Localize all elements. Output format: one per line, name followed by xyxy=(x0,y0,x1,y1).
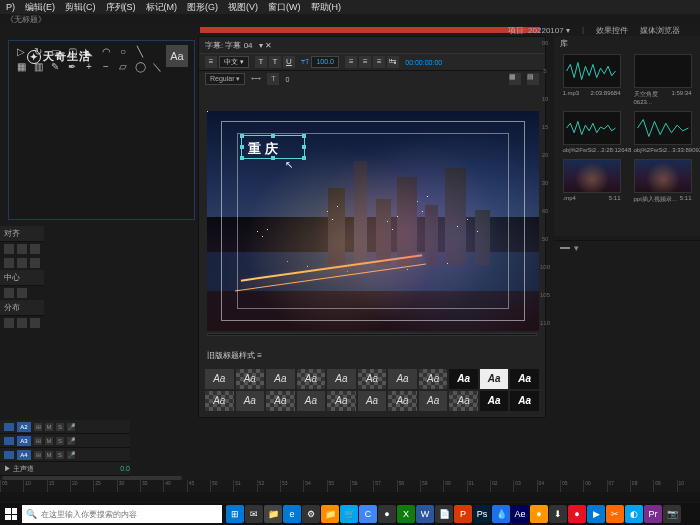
style-swatch[interactable]: Aa xyxy=(449,369,478,389)
taskbar-app-icon[interactable]: 🛒 xyxy=(340,505,358,523)
bin-item[interactable]: obj%2FwSt2...2:28:12648 xyxy=(560,111,623,153)
style-swatch[interactable]: Aa xyxy=(419,391,448,411)
center-v-icon[interactable] xyxy=(17,288,27,298)
style-swatch[interactable]: Aa xyxy=(358,391,387,411)
effects-tab[interactable]: 效果控件 xyxy=(596,25,628,36)
font-size-input[interactable]: 100.0 xyxy=(311,56,339,68)
bin-item[interactable]: .mp45:11 xyxy=(560,159,623,204)
project-tab[interactable]: 库 xyxy=(554,36,700,50)
taskbar[interactable]: 🔍 ⊞✉📁e⚙📁🛒C●XW📄PPs💧Ae●⬇●▶✂◐Pr📷 xyxy=(0,503,700,525)
taskbar-search[interactable]: 🔍 xyxy=(22,505,222,523)
dist-3-icon[interactable] xyxy=(30,318,40,328)
bin-item[interactable]: 天空角度0623...1:59:34 xyxy=(631,54,694,105)
taskbar-app-icon[interactable]: ◐ xyxy=(625,505,643,523)
start-button[interactable] xyxy=(0,503,22,525)
timeline-ruler[interactable]: 0510152025303540455051525354555657585900… xyxy=(0,480,700,492)
bin-item[interactable]: obj%2FwSt2...3:33:89092 xyxy=(631,111,694,153)
style-swatch[interactable]: Aa xyxy=(388,369,417,389)
style-swatch[interactable]: Aa xyxy=(480,369,509,389)
master-track[interactable]: ▶ 主声道 0.0 xyxy=(0,462,130,476)
taskbar-app-icon[interactable]: 📄 xyxy=(435,505,453,523)
taskbar-app-icon[interactable]: Ps xyxy=(473,505,491,523)
style-swatch[interactable]: Aa xyxy=(358,369,387,389)
align-center-icon[interactable] xyxy=(17,244,27,254)
align-bot-icon[interactable] xyxy=(30,258,40,268)
timeline-body[interactable] xyxy=(0,492,700,502)
style-swatch[interactable]: Aa xyxy=(510,391,539,411)
style-swatch[interactable]: Aa xyxy=(449,391,478,411)
mic-icon[interactable]: 🎤 xyxy=(67,437,75,445)
title-bounding-box[interactable]: 重庆 xyxy=(241,135,305,159)
taskbar-app-icon[interactable]: e xyxy=(283,505,301,523)
ellipse-tool-icon[interactable]: ○ xyxy=(115,45,131,59)
track-tag[interactable]: A3 xyxy=(17,436,31,446)
bin-item[interactable]: 1.mp32:03:89684 xyxy=(560,54,623,105)
track-tag[interactable]: A4 xyxy=(17,450,31,460)
title-menu-icon[interactable]: ≡ xyxy=(205,56,217,68)
taskbar-app-icon[interactable]: 📁 xyxy=(264,505,282,523)
taskbar-app-icon[interactable]: ⚙ xyxy=(302,505,320,523)
project-label[interactable]: 项目: 20220107 ▾ xyxy=(508,25,570,36)
timecode[interactable]: 00:00:00:00 xyxy=(405,59,442,66)
center-h-icon[interactable] xyxy=(4,288,14,298)
type-tool-icon[interactable]: Aa xyxy=(166,45,188,67)
taskbar-app-icon[interactable]: ● xyxy=(530,505,548,523)
menu-item[interactable]: 标记(M) xyxy=(142,1,182,14)
taskbar-app-icon[interactable]: ▶ xyxy=(587,505,605,523)
browse-tab[interactable]: 媒体浏览器 xyxy=(640,25,680,36)
taskbar-app-icon[interactable]: W xyxy=(416,505,434,523)
taskbar-app-icon[interactable]: 📁 xyxy=(321,505,339,523)
mute-icon[interactable]: M xyxy=(45,423,53,431)
tracking-value[interactable]: 0 xyxy=(285,76,289,83)
taskbar-app-icon[interactable]: C xyxy=(359,505,377,523)
line-shape-icon[interactable]: ＼ xyxy=(149,60,165,74)
taskbar-app-icon[interactable]: ● xyxy=(378,505,396,523)
title-slider[interactable] xyxy=(207,333,537,343)
track-row[interactable]: A2 ⊞ M S 🎤 xyxy=(0,420,130,434)
dist-2-icon[interactable] xyxy=(17,318,27,328)
mute-icon[interactable]: M xyxy=(45,437,53,445)
taskbar-app-icon[interactable]: ● xyxy=(568,505,586,523)
list-view-icon[interactable] xyxy=(560,247,570,249)
style-swatch[interactable]: Aa xyxy=(480,391,509,411)
taskbar-app-icon[interactable]: ⊞ xyxy=(226,505,244,523)
line-tool-icon[interactable]: ╲ xyxy=(132,45,148,59)
menu-bar[interactable]: P) 编辑(E) 剪辑(C) 序列(S) 标记(M) 图形(G) 视图(V) 窗… xyxy=(0,0,700,14)
title-tab[interactable]: 字幕: 字幕 04 ▾ ✕ xyxy=(199,37,545,53)
mic-icon[interactable]: 🎤 xyxy=(67,451,75,459)
menu-item[interactable]: 图形(G) xyxy=(183,1,222,14)
del-anchor-icon[interactable]: − xyxy=(98,60,114,74)
align-left-icon[interactable] xyxy=(4,244,14,254)
toggle-icon[interactable]: ⊞ xyxy=(34,451,42,459)
arc-tool-icon[interactable]: ◠ xyxy=(98,45,114,59)
align-right-icon[interactable] xyxy=(30,244,40,254)
menu-item[interactable]: 帮助(H) xyxy=(307,1,346,14)
align-mid-icon[interactable] xyxy=(17,258,27,268)
taskbar-app-icon[interactable]: 💧 xyxy=(492,505,510,523)
style-swatch[interactable]: Aa xyxy=(205,391,234,411)
rect-shape-icon[interactable]: ▱ xyxy=(115,60,131,74)
solo-icon[interactable]: S xyxy=(56,451,64,459)
style-swatch[interactable]: Aa xyxy=(297,369,326,389)
taskbar-app-icon[interactable]: 📷 xyxy=(663,505,681,523)
style-swatch[interactable]: Aa xyxy=(327,391,356,411)
tab-icon[interactable]: ⭾ xyxy=(387,56,399,68)
style-swatch[interactable]: Aa xyxy=(327,369,356,389)
taskbar-app-icon[interactable]: ✂ xyxy=(606,505,624,523)
solo-icon[interactable]: S xyxy=(56,423,64,431)
underline-icon[interactable]: U xyxy=(283,56,295,68)
search-input[interactable] xyxy=(41,510,218,519)
ellipse-shape-icon[interactable]: ◯ xyxy=(132,60,148,74)
style-swatch[interactable]: Aa xyxy=(388,391,417,411)
align-top-icon[interactable] xyxy=(4,258,14,268)
dist-1-icon[interactable] xyxy=(4,318,14,328)
menu-item[interactable]: 序列(S) xyxy=(102,1,140,14)
style-swatch[interactable]: Aa xyxy=(266,391,295,411)
font-select[interactable]: 中文 ▾ xyxy=(219,56,249,68)
italic-icon[interactable]: T xyxy=(269,56,281,68)
taskbar-app-icon[interactable]: Ae xyxy=(511,505,529,523)
taskbar-app-icon[interactable]: ✉ xyxy=(245,505,263,523)
mute-icon[interactable]: M xyxy=(45,451,53,459)
mic-icon[interactable]: 🎤 xyxy=(67,423,75,431)
style-swatch[interactable]: Aa xyxy=(266,369,295,389)
